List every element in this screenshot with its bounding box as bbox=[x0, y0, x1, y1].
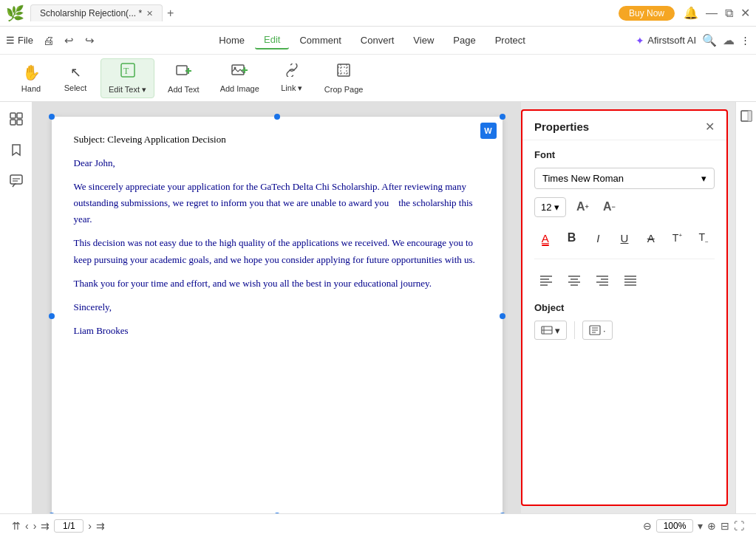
edit-text-label: Edit Text ▾ bbox=[109, 85, 146, 95]
maximize-button[interactable]: ⧉ bbox=[725, 7, 733, 20]
underline-button[interactable]: U bbox=[613, 226, 636, 250]
alignment-row bbox=[534, 268, 715, 292]
italic-button[interactable]: I bbox=[587, 226, 609, 250]
zoom-out-button[interactable]: ⊖ bbox=[643, 520, 652, 532]
app-logo: 🌿 bbox=[6, 4, 24, 22]
right-sidebar-icon[interactable] bbox=[738, 108, 755, 124]
page-navigation: ⇈ ‹ › ⇉ › ⇉ bbox=[12, 519, 105, 533]
nav-edit[interactable]: Edit bbox=[255, 31, 289, 49]
strikethrough-button[interactable]: A bbox=[640, 226, 662, 250]
ai-button[interactable]: ✦ Font Afirstsoft AI bbox=[636, 35, 696, 47]
align-left-button[interactable] bbox=[534, 268, 558, 292]
document-content[interactable]: Subject: Cleveing Application Decision D… bbox=[74, 131, 480, 339]
close-button[interactable]: ✕ bbox=[740, 6, 750, 20]
nav-home[interactable]: Home bbox=[210, 32, 253, 49]
superscript-icon: T+ bbox=[672, 232, 682, 244]
page-number-input[interactable] bbox=[54, 519, 84, 533]
minimize-button[interactable]: — bbox=[706, 7, 718, 20]
select-tool-button[interactable]: ↖ Select bbox=[56, 58, 95, 98]
hand-label: Hand bbox=[21, 84, 41, 93]
bold-icon: B bbox=[568, 231, 576, 244]
svg-text:T: T bbox=[123, 66, 129, 76]
add-image-label: Add Image bbox=[220, 84, 259, 93]
sidebar-thumbnail-icon[interactable] bbox=[5, 108, 27, 130]
zoom-dropdown-arrow[interactable]: ▾ bbox=[698, 520, 703, 532]
print-icon[interactable]: 🖨 bbox=[39, 31, 58, 50]
subject-line: Subject: Cleveing Application Decision bbox=[74, 131, 480, 148]
nav-view[interactable]: View bbox=[404, 32, 443, 49]
nav-comment[interactable]: Comment bbox=[290, 32, 350, 49]
svg-rect-16 bbox=[10, 120, 16, 125]
font-size-arrow: ▾ bbox=[554, 202, 559, 213]
zoom-level-input[interactable] bbox=[656, 519, 693, 533]
page-nav-right-1[interactable]: › bbox=[88, 520, 92, 532]
object-wrap-icon: · bbox=[603, 325, 606, 336]
svg-rect-17 bbox=[17, 120, 22, 125]
object-wrap-button[interactable]: · bbox=[582, 321, 613, 340]
undo-icon[interactable]: ↩ bbox=[60, 31, 79, 50]
link-icon bbox=[284, 64, 300, 81]
font-dropdown-arrow: ▾ bbox=[701, 173, 706, 184]
buy-now-button[interactable]: Buy Now bbox=[619, 6, 675, 21]
hand-tool-button[interactable]: ✋ Hand bbox=[12, 58, 50, 98]
svg-rect-15 bbox=[17, 113, 22, 118]
prev-page-button[interactable]: ‹ bbox=[25, 520, 29, 532]
subscript-button[interactable]: T− bbox=[692, 226, 715, 250]
fit-page-button[interactable]: ⊟ bbox=[721, 520, 729, 532]
window-controls: 🔔 — ⧉ ✕ bbox=[684, 6, 750, 20]
page-nav-right-2[interactable]: ⇉ bbox=[96, 520, 105, 532]
file-label: File bbox=[18, 35, 33, 46]
edit-text-button[interactable]: T Edit Text ▾ bbox=[101, 58, 154, 98]
superscript-button[interactable]: T+ bbox=[667, 226, 689, 250]
settings-icon[interactable]: ⋮ bbox=[740, 35, 750, 46]
align-justify-button[interactable] bbox=[619, 268, 642, 292]
notifications-icon[interactable]: 🔔 bbox=[684, 6, 698, 20]
handle-br bbox=[500, 513, 505, 513]
zoom-in-button[interactable]: ⊕ bbox=[707, 520, 716, 532]
align-center-button[interactable] bbox=[562, 268, 586, 292]
last-page-button[interactable]: ⇉ bbox=[41, 520, 50, 532]
font-size-decrease-button[interactable]: A− bbox=[599, 196, 619, 217]
file-menu[interactable]: ☰ File bbox=[6, 35, 33, 46]
handle-ml bbox=[49, 313, 55, 319]
object-align-button[interactable]: ▾ bbox=[534, 321, 567, 340]
properties-panel: Properties ✕ Font Times New Roman ▾ 12 ▾… bbox=[521, 109, 728, 506]
add-image-button[interactable]: Add Image bbox=[213, 58, 267, 98]
crop-page-icon bbox=[336, 62, 352, 82]
sidebar-comment-icon[interactable] bbox=[5, 170, 27, 192]
greeting-line: Dear John, bbox=[74, 155, 480, 171]
crop-page-label: Crop Page bbox=[324, 85, 364, 94]
nav-protect[interactable]: Protect bbox=[486, 32, 534, 49]
handle-tm bbox=[274, 114, 280, 120]
nav-page[interactable]: Page bbox=[444, 32, 484, 49]
bold-button[interactable]: B bbox=[561, 226, 583, 250]
closing-line: Sincerely, bbox=[74, 299, 480, 315]
first-page-button[interactable]: ⇈ bbox=[12, 520, 21, 532]
nav-convert[interactable]: Convert bbox=[352, 32, 403, 49]
add-tab-button[interactable]: + bbox=[167, 7, 174, 20]
next-page-button[interactable]: › bbox=[33, 520, 37, 532]
sidebar-bookmark-icon[interactable] bbox=[5, 139, 27, 161]
panel-close-button[interactable]: ✕ bbox=[705, 120, 715, 134]
text-color-button[interactable]: A bbox=[534, 226, 556, 250]
cloud-icon[interactable]: ☁ bbox=[723, 33, 735, 47]
handle-tl bbox=[49, 114, 55, 120]
link-button[interactable]: Link ▾ bbox=[273, 58, 311, 98]
font-name-dropdown[interactable]: Times New Roman ▾ bbox=[534, 168, 715, 189]
align-right-button[interactable] bbox=[590, 268, 614, 292]
tab-close-button[interactable]: ✕ bbox=[146, 9, 153, 18]
format-buttons-row: A B I U A T+ T− bbox=[534, 226, 715, 259]
handle-bl bbox=[49, 513, 55, 513]
font-size-increase-button[interactable]: A+ bbox=[572, 196, 593, 217]
font-size-dropdown[interactable]: 12 ▾ bbox=[534, 197, 566, 217]
crop-page-button[interactable]: Crop Page bbox=[317, 58, 371, 98]
select-icon: ↖ bbox=[70, 64, 81, 81]
object-section-label: Object bbox=[534, 302, 715, 313]
add-text-button[interactable]: Add Text bbox=[160, 58, 207, 98]
toolbar-icons: 🖨 ↩ ↪ bbox=[39, 31, 100, 50]
tab-active[interactable]: Scholarship Rejection(... * ✕ bbox=[30, 4, 163, 21]
document-area[interactable]: W Subject: Cleveing Application Decision… bbox=[33, 102, 521, 513]
fullscreen-button[interactable]: ⛶ bbox=[734, 520, 744, 532]
search-icon[interactable]: 🔍 bbox=[702, 33, 717, 47]
redo-icon[interactable]: ↪ bbox=[81, 31, 100, 50]
